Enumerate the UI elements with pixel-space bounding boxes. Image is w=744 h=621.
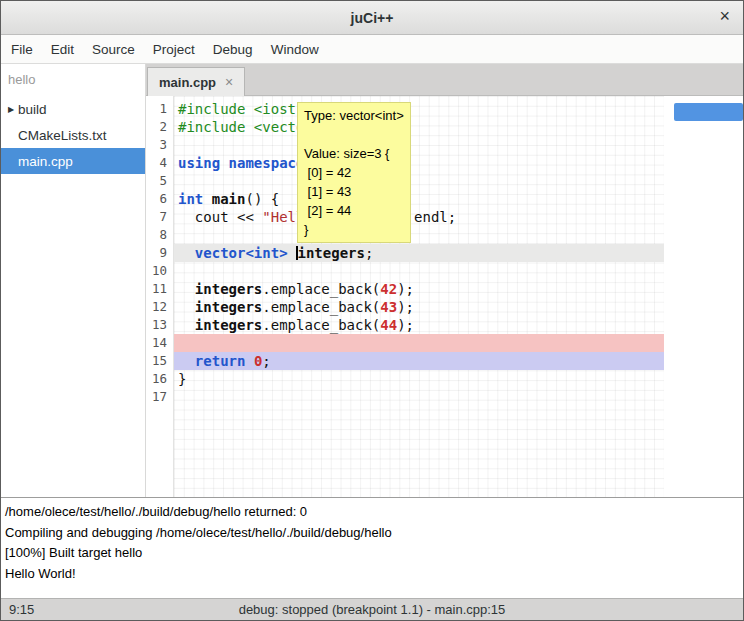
code-line-3[interactable] xyxy=(174,136,664,154)
code-line-11[interactable]: integers.emplace_back(42); xyxy=(174,280,664,298)
code-line-5[interactable] xyxy=(174,172,664,190)
code-token xyxy=(245,353,253,369)
line-number[interactable]: 17 xyxy=(146,388,173,406)
line-number[interactable]: 12 xyxy=(146,298,173,316)
expander-icon[interactable]: ▶ xyxy=(1,105,18,114)
main-area: hello ▶buildCMakeLists.txtmain.cpp main.… xyxy=(1,64,743,497)
menu-file[interactable]: File xyxy=(2,37,42,62)
code-line-4[interactable]: using namespace std; xyxy=(174,154,664,172)
line-number[interactable]: 14 xyxy=(146,334,173,352)
code-line-17[interactable] xyxy=(174,388,664,406)
terminal-line: [100%] Built target hello xyxy=(5,543,739,564)
code-token: () { xyxy=(245,191,279,207)
tooltip-line: [0] = 42 xyxy=(304,163,404,182)
code-line-13[interactable]: integers.emplace_back(44); xyxy=(174,316,664,334)
scrollbar-track[interactable] xyxy=(664,96,743,497)
code-line-9[interactable]: vector<int> integers; xyxy=(174,244,664,262)
menu-source[interactable]: Source xyxy=(83,37,144,62)
line-number[interactable]: 1 xyxy=(146,100,173,118)
tree-item-build[interactable]: ▶build xyxy=(1,96,145,122)
line-number[interactable]: 7 xyxy=(146,208,173,226)
menu-project[interactable]: Project xyxy=(144,37,204,62)
code-line-2[interactable]: #include <vector> xyxy=(174,118,664,136)
line-number[interactable]: 2 xyxy=(146,118,173,136)
code-token: .emplace_back( xyxy=(262,317,380,333)
terminal-line: /home/olece/test/hello/./build/debug/hel… xyxy=(5,502,739,523)
code-token: cout << xyxy=(178,209,262,225)
line-number[interactable]: 15 xyxy=(146,352,173,370)
code-line-12[interactable]: integers.emplace_back(43); xyxy=(174,298,664,316)
tree-item-cmakelists.txt[interactable]: CMakeLists.txt xyxy=(1,122,145,148)
file-tree: ▶buildCMakeLists.txtmain.cpp xyxy=(1,96,145,174)
code-token: main xyxy=(212,191,246,207)
line-number[interactable]: 8 xyxy=(146,226,173,244)
tab-close-icon[interactable]: × xyxy=(225,74,233,90)
code-token: 43 xyxy=(380,299,397,315)
window-title: juCi++ xyxy=(351,10,394,26)
line-number[interactable]: 10 xyxy=(146,262,173,280)
output-panel[interactable]: /home/olece/test/hello/./build/debug/hel… xyxy=(1,497,743,598)
tooltip-line: Value: size=3 { xyxy=(304,144,404,163)
scrollbar-thumb[interactable] xyxy=(674,103,743,121)
code-token: ; xyxy=(365,245,373,261)
tree-item-main.cpp[interactable]: main.cpp xyxy=(1,148,145,174)
code-token: ); xyxy=(397,281,414,297)
tab-main-cpp[interactable]: main.cpp × xyxy=(147,67,245,96)
code-token: integers xyxy=(195,281,262,297)
window-close-icon[interactable]: × xyxy=(719,7,730,25)
code-line-10[interactable] xyxy=(174,262,664,280)
code-token xyxy=(288,245,296,261)
terminal-line: Compiling and debugging /home/olece/test… xyxy=(5,523,739,544)
code-token xyxy=(203,191,211,207)
menu-window[interactable]: Window xyxy=(262,37,328,62)
code-token: ); xyxy=(397,317,414,333)
code-token: } xyxy=(178,371,186,387)
code-line-7[interactable]: cout << "Hello World!" << endl; xyxy=(174,208,664,226)
status-bar: 9:15 debug: stopped (breakpoint 1.1) - m… xyxy=(1,598,743,620)
tooltip-line: [1] = 43 xyxy=(304,182,404,201)
code-token: integers xyxy=(195,317,262,333)
code-token: 42 xyxy=(380,281,397,297)
line-number[interactable]: 13 xyxy=(146,316,173,334)
code-token: integers xyxy=(195,299,262,315)
debug-value-tooltip: Type: vector<int> Value: size=3 { [0] = … xyxy=(297,102,411,243)
terminal-line: Hello World! xyxy=(5,564,739,585)
code-token xyxy=(178,281,195,297)
code-line-14[interactable] xyxy=(174,334,664,352)
code-token: using namespace xyxy=(178,155,304,171)
tab-bar: main.cpp × xyxy=(146,64,743,96)
code-area[interactable]: #include <iostream>#include <vector>usin… xyxy=(174,96,664,497)
line-number[interactable]: 3 xyxy=(146,136,173,154)
sidebar: hello ▶buildCMakeLists.txtmain.cpp xyxy=(1,64,146,497)
tooltip-line: [2] = 44 xyxy=(304,201,404,220)
line-number-gutter[interactable]: 1234567891011121314151617 xyxy=(146,96,174,497)
code-token: integers xyxy=(298,245,365,261)
title-bar[interactable]: juCi++ × xyxy=(1,1,743,35)
code-line-6[interactable]: int main() { xyxy=(174,190,664,208)
code-line-1[interactable]: #include <iostream> xyxy=(174,100,664,118)
line-number[interactable]: 5 xyxy=(146,172,173,190)
menu-bar: FileEditSourceProjectDebugWindow xyxy=(1,35,743,64)
code-token: ); xyxy=(397,299,414,315)
editor-column: main.cpp × 1234567891011121314151617 #in… xyxy=(146,64,743,497)
code-token: vector<int> xyxy=(195,245,288,261)
debug-status: debug: stopped (breakpoint 1.1) - main.c… xyxy=(1,602,743,617)
line-number[interactable]: 6 xyxy=(146,190,173,208)
menu-debug[interactable]: Debug xyxy=(204,37,262,62)
line-number[interactable]: 9 xyxy=(146,244,173,262)
line-number[interactable]: 11 xyxy=(146,280,173,298)
code-token: .emplace_back( xyxy=(262,281,380,297)
code-token: return xyxy=(195,353,246,369)
tree-item-label: build xyxy=(18,102,47,117)
tab-label: main.cpp xyxy=(159,75,216,90)
code-line-8[interactable] xyxy=(174,226,664,244)
code-line-16[interactable]: } xyxy=(174,370,664,388)
line-number[interactable]: 4 xyxy=(146,154,173,172)
tooltip-line: Type: vector<int> xyxy=(304,106,404,125)
code-line-15[interactable]: return 0; xyxy=(174,352,664,370)
editor[interactable]: 1234567891011121314151617 #include <iost… xyxy=(146,96,743,497)
tooltip-line: } xyxy=(304,220,404,239)
code-token xyxy=(178,353,195,369)
line-number[interactable]: 16 xyxy=(146,370,173,388)
menu-edit[interactable]: Edit xyxy=(42,37,83,62)
